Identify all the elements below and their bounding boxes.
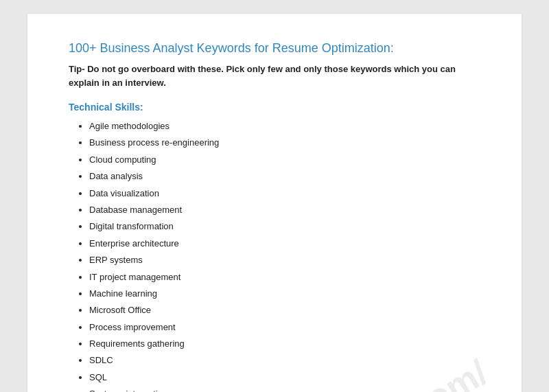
list-item: Digital transformation [89,218,480,234]
list-item: Database management [89,202,480,218]
list-item: Systems integration [89,386,480,392]
list-item: SDLC [89,352,480,368]
list-item: Cloud computing [89,152,480,168]
list-item: IT project management [89,269,480,285]
skills-list: Agile methodologiesBusiness process re-e… [69,118,480,392]
list-item: Agile methodologies [89,118,480,134]
list-item: Machine learning [89,286,480,301]
section-title: Technical Skills: [69,102,480,113]
list-item: ERP systems [89,252,480,268]
list-item: Requirements gathering [89,336,480,351]
page-container: 100+ Business Analyst Keywords for Resum… [27,14,522,392]
list-item: Enterprise architecture [89,235,480,251]
tip-text: Tip- Do not go overboard with these. Pic… [69,62,480,89]
list-item: Microsoft Office [89,302,480,318]
list-item: Data visualization [89,185,480,201]
page-title: 100+ Business Analyst Keywords for Resum… [69,41,480,56]
list-item: Data analysis [89,168,480,184]
list-item: Business process re-engineering [89,135,480,150]
list-item: Process improvement [89,319,480,335]
list-item: SQL [89,369,480,385]
